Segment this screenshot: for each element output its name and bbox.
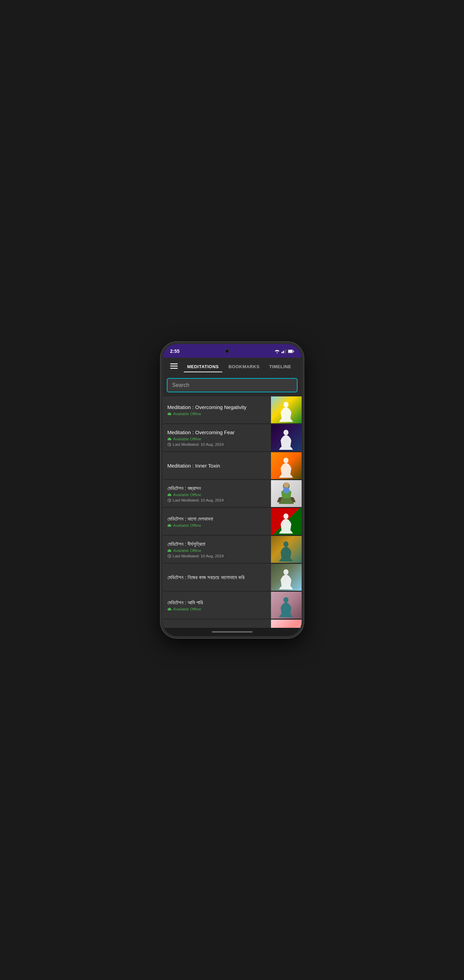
item-title: মেডিটেশন : নিজের কাজ সবচেয়ে ভালোভাবে কর… (167, 574, 266, 581)
list-item[interactable]: Meditation : Overcoming Fear Available O… (163, 424, 301, 452)
search-container (163, 375, 301, 396)
clock-icon (167, 554, 171, 558)
item-content: মেডিটেশন : নিজের কাজ সবচেয়ে ভালোভাবে কর… (163, 564, 271, 591)
silhouette-icon (277, 597, 295, 617)
list-item[interactable]: Meditation : Overcoming Negativity Avail… (163, 396, 301, 424)
svg-point-10 (284, 402, 289, 408)
last-meditated: Last Meditated: 10 Aug, 2024 (167, 554, 266, 558)
silhouette-icon (277, 541, 295, 562)
tab-timeline[interactable]: TIMELINE (266, 361, 295, 372)
offline-badge: Available Offline (167, 607, 266, 611)
search-input[interactable] (167, 378, 298, 392)
offline-label: Available Offline (173, 607, 201, 611)
home-indicator (163, 628, 301, 636)
signal-icon (282, 349, 286, 353)
svg-rect-6 (293, 350, 294, 352)
svg-rect-7 (170, 363, 178, 364)
svg-rect-9 (170, 368, 178, 369)
offline-label: Available Offline (173, 549, 201, 553)
thumb-bg (271, 620, 301, 628)
person-icon (276, 482, 297, 506)
offline-badge: Available Offline (167, 437, 266, 441)
last-meditated: Last Meditated: 10 Aug, 2024 (167, 442, 266, 447)
offline-label: Available Offline (173, 412, 201, 416)
thumb-bg (271, 592, 301, 619)
svg-point-12 (284, 430, 289, 436)
item-thumb (271, 396, 301, 423)
tab-meditations[interactable]: MEDITATIONS (184, 361, 222, 372)
silhouette-icon (277, 430, 295, 450)
status-time: 2:55 (170, 348, 180, 354)
svg-point-20 (284, 569, 289, 575)
cloud-icon (167, 524, 172, 527)
last-meditated-label: Last Meditated: 10 Aug, 2024 (173, 442, 224, 447)
svg-point-16 (284, 482, 289, 488)
item-thumb (271, 620, 301, 628)
item-thumb (271, 564, 301, 591)
thumb-bg (271, 480, 301, 507)
svg-rect-2 (284, 350, 285, 353)
cloud-icon (167, 608, 172, 611)
list-item[interactable]: মেডিটেশন : ভালো দেশভাবনা Available Offli… (163, 508, 301, 535)
thumb-bg (271, 564, 301, 591)
clock-icon (167, 443, 171, 447)
item-title: মেডিটেশন : আমি পারি (167, 599, 266, 606)
svg-point-19 (284, 541, 289, 547)
item-thumb (271, 508, 301, 535)
item-thumb (271, 480, 301, 507)
last-meditated-label: Last Meditated: 10 Aug, 2024 (173, 554, 224, 558)
item-title: Meditation : Overcoming Negativity (167, 404, 266, 411)
cloud-icon (167, 437, 172, 441)
item-thumb (271, 424, 301, 451)
thumb-bg (271, 452, 301, 479)
list-item[interactable]: মেডিটেশন : ১০০ অটোসাজেশন (163, 620, 301, 628)
list-item[interactable]: মেডিটেশন : দীর্ঘসূত্রিতা Available Offli… (163, 536, 301, 563)
svg-rect-1 (283, 351, 284, 353)
camera-cutout (225, 349, 229, 353)
item-content: মেডিটেশন : আমি পারি Available Offline (163, 592, 271, 619)
list-item[interactable]: মেডিটেশন : আমি পারি Available Offline (163, 592, 301, 619)
list-item[interactable]: মেডিটেশন : নিজের কাজ সবচেয়ে ভালোভাবে কর… (163, 564, 301, 591)
svg-rect-3 (285, 349, 286, 353)
offline-badge: Available Offline (167, 523, 266, 527)
status-bar: 2:55 (163, 344, 301, 358)
thumb-bg (271, 508, 301, 535)
cloud-icon (167, 549, 172, 552)
offline-label: Available Offline (173, 523, 201, 527)
nav-bar: MEDITATIONS BOOKMARKS TIMELINE (163, 358, 301, 375)
last-meditated-label: Last Meditated: 10 Aug, 2024 (173, 498, 224, 502)
item-thumb (271, 592, 301, 619)
silhouette-icon (277, 457, 295, 478)
item-content: মেডিটেশন : দীর্ঘসূত্রিতা Available Offli… (163, 536, 271, 563)
tab-bookmarks[interactable]: BOOKMARKS (225, 361, 263, 372)
list-item[interactable]: মেডিটেশন : বজ্রাসন Available Offline Las… (163, 480, 301, 508)
silhouette-icon (277, 513, 295, 533)
thumb-bg (271, 424, 301, 451)
clock-icon (167, 498, 171, 502)
last-meditated: Last Meditated: 10 Aug, 2024 (167, 498, 266, 502)
list-item[interactable]: Meditation : Inner Toxin (163, 452, 301, 479)
status-icons (274, 349, 294, 353)
svg-rect-8 (170, 366, 178, 366)
item-title: মেডিটেশন : ভালো দেশভাবনা (167, 515, 266, 522)
battery-icon (288, 350, 294, 353)
offline-badge: Available Offline (167, 493, 266, 497)
menu-icon[interactable] (168, 361, 180, 372)
cloud-icon (167, 412, 172, 415)
nav-tabs: MEDITATIONS BOOKMARKS TIMELINE (182, 361, 296, 372)
item-title: মেডিটেশন : বজ্রাসন (167, 485, 266, 492)
item-content: Meditation : Overcoming Negativity Avail… (163, 396, 271, 423)
meditation-list: Meditation : Overcoming Negativity Avail… (163, 396, 301, 628)
cloud-icon (167, 493, 172, 496)
svg-point-13 (284, 458, 289, 463)
thumb-bg (271, 536, 301, 563)
offline-label: Available Offline (173, 493, 201, 497)
item-thumb (271, 536, 301, 563)
item-content: মেডিটেশন : বজ্রাসন Available Offline Las… (163, 480, 271, 507)
svg-rect-0 (282, 352, 282, 353)
item-title: Meditation : Inner Toxin (167, 463, 266, 469)
silhouette-icon (277, 569, 295, 589)
offline-badge: Available Offline (167, 549, 266, 553)
offline-label: Available Offline (173, 437, 201, 441)
item-title: Meditation : Overcoming Fear (167, 429, 266, 436)
